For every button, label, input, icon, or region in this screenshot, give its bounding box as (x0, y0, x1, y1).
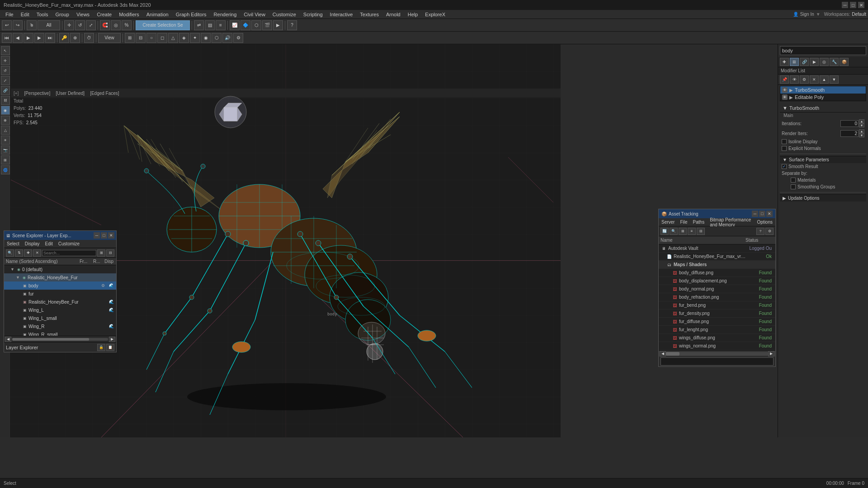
minimize-button[interactable]: ─ (842, 2, 848, 8)
toolbar2-btn1[interactable]: ⊞ (125, 33, 135, 43)
toolbar2-btn10[interactable]: 🔊 (222, 33, 232, 43)
rp-asset-btn[interactable]: 📦 (840, 58, 849, 66)
snaps-toggle-button[interactable]: 🧲 (100, 20, 110, 30)
at-search-input[interactable] (661, 359, 773, 364)
menu-scripting[interactable]: Scripting (300, 11, 326, 18)
se-footer-btn2[interactable]: 📋 (106, 344, 114, 351)
se-menu-edit[interactable]: Edit (42, 240, 56, 248)
at-row-fur-bend[interactable]: 🖼 fur_bend.png Found (659, 301, 775, 310)
toolbar2-btn4[interactable]: ◻ (157, 33, 167, 43)
se-search-input[interactable] (42, 250, 96, 256)
at-scroll-left-btn[interactable]: ◀ (660, 351, 666, 357)
at-row-body-displacement[interactable]: 🖼 body_displacement.png Found (659, 277, 775, 285)
at-scroll-right-btn[interactable]: ▶ (768, 351, 774, 357)
se-tb-filter-btn[interactable]: 🔍 (6, 249, 14, 257)
rp-motion-btn[interactable]: ▶ (810, 58, 819, 66)
percent-snap-button[interactable]: % (122, 20, 132, 30)
set-key-button[interactable]: ⊕ (70, 33, 80, 43)
menu-graph-editors[interactable]: Graph Editors (172, 11, 210, 18)
at-menu-server[interactable]: Server (659, 218, 677, 226)
key-mode-button[interactable]: 🔑 (59, 33, 69, 43)
lt-helpers-btn[interactable]: ⊞ (1, 155, 10, 164)
at-row-vault[interactable]: 🖥 Autodesk Vault Logged Ou (659, 244, 775, 253)
toolbar2-btn7[interactable]: ✦ (190, 33, 200, 43)
iterations-input[interactable]: 0 (840, 120, 859, 127)
rp-hierarchy-btn[interactable]: 🔗 (800, 58, 809, 66)
maximize-button[interactable]: □ (850, 2, 856, 8)
select-by-name-button[interactable]: All (38, 20, 60, 30)
at-row-wings-normal[interactable]: 🖼 wings_normal.png Found (659, 342, 775, 350)
lt-create-btn[interactable]: ⊕ (1, 116, 10, 125)
at-tb-refresh-btn[interactable]: 🔄 (660, 228, 669, 235)
align-button[interactable]: ▤ (205, 20, 215, 30)
angle-snap-button[interactable]: ◎ (111, 20, 121, 30)
modifier-editable-poly[interactable]: 👁 ▶ Editable Poly (780, 94, 866, 101)
rp-utilities-btn[interactable]: 🔧 (830, 58, 839, 66)
materials-checkbox[interactable] (791, 178, 796, 183)
at-row-body-diffuse[interactable]: 🖼 body_diffuse.png Found (659, 269, 775, 277)
toolbar2-btn3[interactable]: ○ (146, 33, 156, 43)
at-menu-file[interactable]: File (677, 218, 690, 226)
se-row-wing-l-small[interactable]: ▣ Wing_L_small (4, 314, 116, 322)
toolbar2-btn8[interactable]: ◉ (201, 33, 211, 43)
toolbar2-btn2[interactable]: ⊟ (136, 33, 146, 43)
lt-link-btn[interactable]: 🔗 (1, 86, 10, 95)
lt-lights-btn[interactable]: ☀ (1, 136, 10, 145)
se-footer-btn1[interactable]: 🔒 (97, 344, 105, 351)
object-name-input[interactable]: body (780, 46, 866, 55)
at-tb-list-btn[interactable]: ≡ (688, 228, 696, 235)
menu-customize[interactable]: Customize (269, 11, 300, 18)
render-iters-input[interactable]: 2 (840, 130, 859, 137)
at-close-btn[interactable]: ✕ (766, 211, 773, 217)
lt-shapes-btn[interactable]: △ (1, 126, 10, 135)
menu-help[interactable]: Help (404, 11, 422, 18)
lt-rotate-btn[interactable]: ↺ (1, 66, 10, 75)
toolbar2-btn6[interactable]: ◈ (179, 33, 189, 43)
menu-civil-view[interactable]: Civil View (240, 11, 269, 18)
se-row-wing-r[interactable]: ▣ Wing_R 🌊 (4, 322, 116, 330)
smoothing-groups-checkbox[interactable] (791, 184, 796, 189)
at-tb-find-btn[interactable]: 🔍 (670, 228, 678, 235)
toolbar2-btn5[interactable]: △ (168, 33, 178, 43)
se-restore-btn[interactable]: □ (101, 232, 107, 239)
toolbar2-btn11[interactable]: ⚙ (233, 33, 243, 43)
menu-views[interactable]: Views (73, 11, 93, 18)
at-restore-btn[interactable]: □ (759, 211, 765, 217)
move-button[interactable]: ✛ (64, 20, 74, 30)
at-tb-grid-btn[interactable]: ⊞ (679, 228, 687, 235)
prev-frame-button[interactable]: ◀ (13, 33, 23, 43)
redo-button[interactable]: ↪ (13, 20, 23, 30)
menu-animation[interactable]: Animation (143, 11, 172, 18)
iterations-spinner[interactable]: ▲ ▼ (859, 119, 864, 127)
render-button[interactable]: ▶ (273, 20, 283, 30)
mod-move-down-btn[interactable]: ▼ (830, 75, 839, 84)
nav-cube[interactable] (212, 94, 249, 130)
lt-bind-btn[interactable]: ⛓ (1, 96, 10, 105)
se-menu-display[interactable]: Display (22, 240, 42, 248)
play-button[interactable]: ⏮ (2, 33, 12, 43)
at-row-maps-section[interactable]: 🗂 Maps / Shaders (659, 261, 775, 269)
se-scroll-right-btn[interactable]: ▶ (109, 337, 115, 342)
menu-arnold[interactable]: Arnold (382, 11, 404, 18)
mod-pin-btn[interactable]: 📌 (780, 75, 789, 84)
mod-configure-btn[interactable]: ⚙ (800, 75, 809, 84)
modifier-turbosmooth[interactable]: 👁 ▶ TurboSmooth (780, 86, 866, 94)
lt-select-btn[interactable]: ↖ (1, 46, 10, 55)
lt-move-btn[interactable]: ✛ (1, 56, 10, 65)
se-tb-new-btn[interactable]: ✚ (24, 249, 32, 257)
rp-create-btn[interactable]: ✚ (780, 58, 789, 66)
surface-params-header[interactable]: ▼ Surface Parameters (780, 156, 866, 163)
se-row-honeybee-group[interactable]: ▼ ◉ Realistic_HoneyBee_Fur (4, 273, 116, 282)
help-button[interactable]: ? (287, 20, 297, 30)
view-selector-button[interactable]: View (98, 33, 121, 43)
se-tb-sort-btn[interactable]: ⇅ (15, 249, 23, 257)
at-tb-expand-btn[interactable]: ⊟ (697, 228, 705, 235)
se-row-bee-mesh[interactable]: ▣ Realistic_HoneyBee_Fur 🌊 (4, 298, 116, 306)
se-tb-collapse-btn[interactable]: ⊟ (106, 249, 114, 257)
smooth-result-checkbox[interactable] (782, 164, 787, 169)
at-row-fur-density[interactable]: 🖼 fur_density.png Found (659, 310, 775, 318)
mod-delete-btn[interactable]: ✕ (810, 75, 819, 84)
menu-create[interactable]: Create (93, 11, 115, 18)
mod-show-btn[interactable]: 👁 (790, 75, 799, 84)
se-row-default[interactable]: ▼ ◉ 0 (default) (4, 265, 116, 273)
